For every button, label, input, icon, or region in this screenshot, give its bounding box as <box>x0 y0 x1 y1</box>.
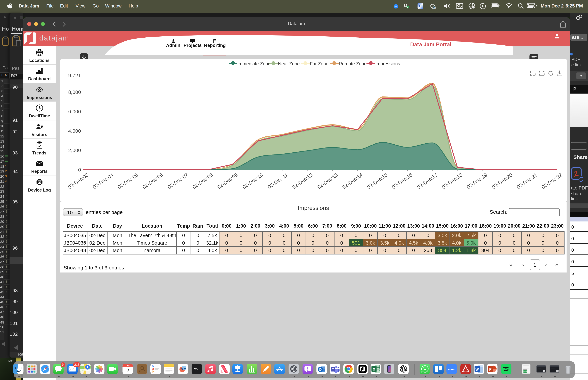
svg-text:P: P <box>489 367 492 372</box>
svg-text:tv: tv <box>195 367 198 371</box>
svg-text:DEC: DEC <box>126 364 130 366</box>
svg-text:O: O <box>319 368 322 372</box>
svg-text:2: 2 <box>126 368 129 373</box>
svg-text:W: W <box>475 367 479 372</box>
svg-text:T: T <box>332 368 334 371</box>
svg-text:XLSX: XLSX <box>523 371 527 373</box>
svg-text:zoom: zoom <box>448 368 456 371</box>
svg-text:X: X <box>373 367 375 372</box>
